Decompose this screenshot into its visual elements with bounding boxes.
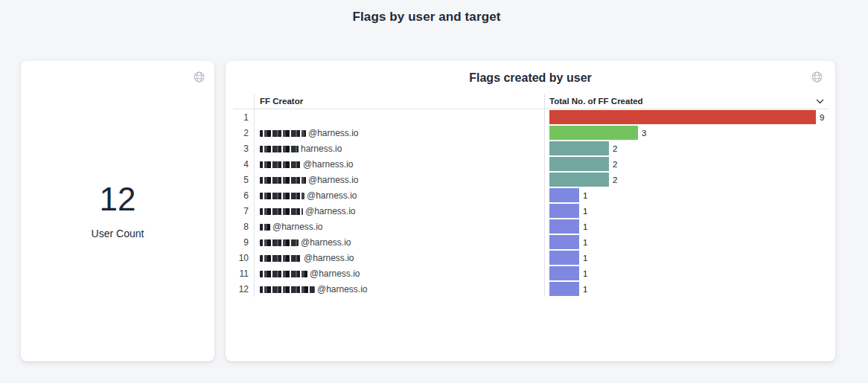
bar-value-label: 3: [642, 129, 646, 138]
user-count-value: 12: [100, 183, 136, 216]
table-row: 12@harness.io1: [233, 281, 829, 297]
row-index: 8: [233, 222, 254, 232]
creator-email-suffix: @harness.io: [304, 253, 354, 263]
redacted-creator-name: [260, 193, 304, 199]
creator-email-suffix: @harness.io: [307, 190, 357, 201]
total-ff-created-cell: 1: [544, 251, 829, 265]
value-bar: [549, 126, 638, 140]
total-ff-created-cell: 1: [544, 188, 829, 202]
bar-value-label: 2: [613, 176, 617, 184]
column-divider: [544, 94, 545, 297]
ff-creator-cell: @harness.io: [254, 237, 544, 248]
redacted-creator-name: [260, 146, 299, 152]
ff-creator-cell: @harness.io: [254, 190, 544, 201]
creator-email-suffix: @harness.io: [308, 128, 359, 138]
table-row: 8@harness.io1: [233, 219, 829, 234]
row-index: 7: [233, 206, 254, 216]
value-bar: [549, 110, 816, 124]
redacted-creator-name: [260, 224, 270, 231]
creator-email-suffix: @harness.io: [305, 206, 356, 216]
value-bar: [549, 251, 579, 265]
table-row: 2@harness.io3: [233, 125, 829, 141]
user-count-card: 12 User Count: [21, 61, 214, 361]
ff-creator-column-header[interactable]: FF Creator: [254, 97, 544, 106]
chevron-down-icon[interactable]: [814, 97, 826, 106]
table-row: 3harness.io2: [233, 141, 829, 156]
bar-value-label: 1: [583, 285, 587, 294]
page-title: Flags by user and target: [0, 10, 853, 25]
flags-created-card: Flags created by user FF Creator Total N…: [226, 61, 835, 361]
value-bar: [549, 235, 579, 249]
ff-creator-cell: @harness.io: [254, 128, 544, 138]
bar-value-label: 1: [583, 222, 587, 231]
row-index: 11: [233, 268, 254, 279]
row-index: 4: [233, 159, 254, 170]
value-bar: [549, 219, 579, 234]
table-header-row: FF Creator Total No. of FF Created: [233, 94, 829, 109]
value-bar: [549, 173, 609, 187]
table-row: 11@harness.io1: [233, 265, 829, 281]
creator-email-suffix: @harness.io: [310, 268, 360, 279]
ff-creator-cell: @harness.io: [254, 159, 544, 170]
redacted-creator-name: [260, 255, 301, 262]
column-divider: [254, 94, 255, 297]
table-row: 5@harness.io2: [233, 172, 829, 187]
value-bar: [549, 266, 579, 280]
row-index: 1: [233, 112, 254, 123]
total-ff-created-cell: 1: [544, 235, 829, 249]
bar-value-label: 1: [583, 269, 587, 278]
globe-icon[interactable]: [191, 69, 206, 84]
total-ff-created-cell: 9: [544, 110, 829, 124]
ff-creator-cell: @harness.io: [254, 206, 544, 216]
row-index: 2: [233, 128, 254, 138]
redacted-creator-name: [260, 239, 299, 246]
value-bar: [549, 282, 579, 296]
creator-email-suffix: harness.io: [301, 144, 342, 154]
redacted-creator-name: [260, 208, 303, 215]
redacted-creator-name: [260, 130, 306, 137]
table-row: 4@harness.io2: [233, 156, 829, 172]
ff-creator-cell: harness.io: [254, 144, 544, 154]
bar-value-label: 2: [613, 144, 617, 153]
table-row: 9@harness.io1: [233, 234, 829, 250]
creator-email-suffix: @harness.io: [317, 284, 368, 295]
ff-creator-cell: @harness.io: [254, 284, 544, 295]
row-index: 6: [233, 190, 254, 201]
row-index: 3: [233, 144, 254, 154]
total-ff-created-cell: 2: [544, 157, 829, 171]
total-ff-created-cell: 1: [544, 266, 829, 280]
bar-value-label: 1: [583, 191, 587, 200]
ff-creator-cell: @harness.io: [254, 253, 544, 263]
creator-email-suffix: @harness.io: [308, 175, 359, 185]
bar-value-label: 1: [583, 238, 587, 247]
total-ff-created-column-header[interactable]: Total No. of FF Created: [544, 97, 829, 106]
ff-creator-cell: @harness.io: [254, 268, 544, 279]
creator-email-suffix: @harness.io: [303, 159, 354, 170]
total-ff-created-cell: 2: [544, 141, 829, 155]
value-bar: [549, 157, 609, 171]
row-index: 5: [233, 175, 254, 185]
value-bar: [549, 188, 579, 202]
table-row: 10@harness.io1: [233, 250, 829, 265]
ff-creator-cell: @harness.io: [254, 175, 544, 185]
user-count-label: User Count: [92, 228, 144, 239]
redacted-creator-name: [260, 161, 301, 168]
bar-value-label: 1: [583, 207, 587, 216]
bar-value-label: 1: [583, 254, 587, 263]
value-bar: [549, 204, 579, 218]
total-ff-created-cell: 1: [544, 204, 829, 218]
row-index: 12: [233, 284, 254, 295]
redacted-creator-name: [260, 286, 315, 293]
flags-table: FF Creator Total No. of FF Created 192@h…: [233, 94, 829, 297]
table-row: 6@harness.io1: [233, 187, 829, 203]
redacted-creator-name: [260, 177, 306, 184]
value-bar: [549, 141, 609, 155]
total-ff-created-cell: 2: [544, 173, 829, 187]
table-row: 7@harness.io1: [233, 203, 829, 219]
table-row: 19: [233, 109, 829, 125]
bar-value-label: 9: [820, 113, 824, 122]
row-index: 9: [233, 237, 254, 248]
creator-email-suffix: @harness.io: [272, 222, 323, 232]
creator-email-suffix: @harness.io: [301, 237, 351, 248]
total-ff-created-cell: 3: [544, 126, 829, 140]
